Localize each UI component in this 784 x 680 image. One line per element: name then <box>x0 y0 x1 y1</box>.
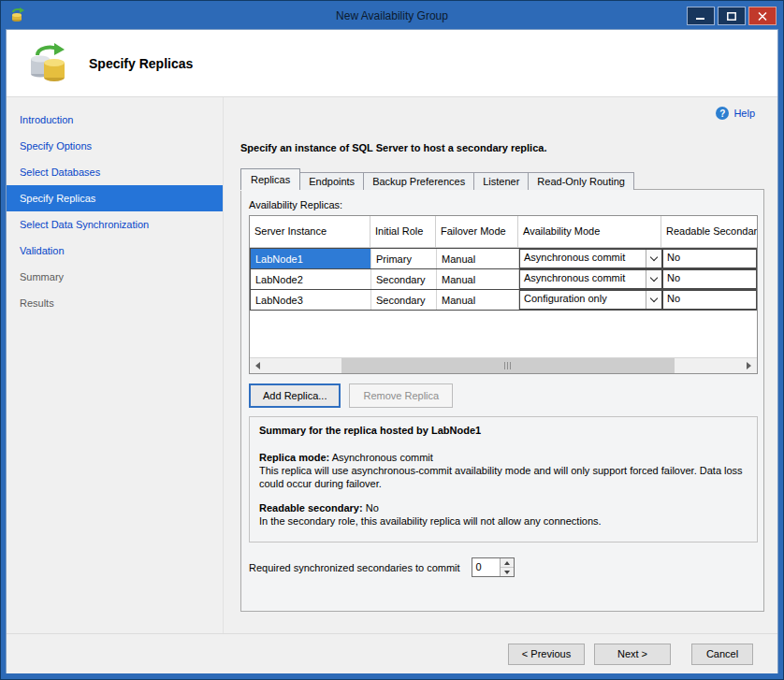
readable-secondary-select[interactable]: No <box>662 269 756 289</box>
readable-secondary-select[interactable]: No <box>662 249 756 268</box>
chevron-down-icon[interactable] <box>646 270 661 288</box>
replica-row-labnode1[interactable]: LabNode1 Primary Manual Asynchronous com… <box>250 248 757 269</box>
spin-down-button[interactable] <box>501 568 514 576</box>
cell-failover-mode: Manual <box>437 249 519 268</box>
tab-backup-preferences[interactable]: Backup Preferences <box>363 172 474 190</box>
scrollbar-thumb[interactable] <box>341 358 675 373</box>
window-title: New Availability Group <box>6 9 778 22</box>
help-icon: ? <box>716 107 729 120</box>
instruction-text: Specify an instance of SQL Server to hos… <box>240 142 761 153</box>
wizard-window: New Availability Group <box>0 0 784 680</box>
cell-initial-role: Secondary <box>371 269 437 289</box>
tab-endpoints[interactable]: Endpoints <box>299 172 364 190</box>
cancel-button[interactable]: Cancel <box>691 644 753 665</box>
quorum-label: Required synchronized secondaries to com… <box>249 562 460 573</box>
availability-mode-select[interactable]: Configuration only <box>519 290 662 310</box>
column-readable-secondary: Readable Secondary <box>661 216 757 247</box>
sidebar-item-specify-options[interactable]: Specify Options <box>7 133 223 159</box>
spin-up-button[interactable] <box>501 558 514 568</box>
tab-strip: Replicas Endpoints Backup Preferences Li… <box>240 168 761 190</box>
tab-read-only-routing[interactable]: Read-Only Routing <box>528 172 634 190</box>
tab-replicas[interactable]: Replicas <box>240 168 300 190</box>
cell-readable-secondary: No <box>662 290 756 310</box>
column-initial-role: Initial Role <box>370 216 436 247</box>
scroll-left-button[interactable] <box>250 358 266 373</box>
readable-secondary-line: Readable secondary: No <box>259 501 748 514</box>
wizard-header: Specify Replicas <box>7 30 777 97</box>
cell-availability-mode: Asynchronous commit <box>519 269 662 289</box>
grid-buttons: Add Replica... Remove Replica <box>249 383 756 408</box>
add-replica-button[interactable]: Add Replica... <box>249 383 341 408</box>
availability-group-app-icon <box>9 7 26 24</box>
page-title: Specify Replicas <box>89 56 193 71</box>
sidebar-item-specify-replicas[interactable]: Specify Replicas <box>7 185 223 211</box>
maximize-button[interactable] <box>718 7 746 25</box>
tab-listener[interactable]: Listener <box>473 172 529 190</box>
cell-initial-role: Secondary <box>371 290 437 310</box>
cell-failover-mode: Manual <box>437 269 519 289</box>
quorum-value[interactable]: 0 <box>472 558 500 576</box>
availability-mode-select[interactable]: Asynchronous commit <box>519 249 662 268</box>
client-area: Specify Replicas Introduction Specify Op… <box>6 29 778 673</box>
sidebar-item-select-databases[interactable]: Select Databases <box>7 159 223 185</box>
cell-failover-mode: Manual <box>437 290 519 310</box>
sidebar-item-select-data-synchronization[interactable]: Select Data Synchronization <box>7 211 223 238</box>
horizontal-scrollbar[interactable] <box>250 357 757 373</box>
wizard-body: Introduction Specify Options Select Data… <box>7 97 777 633</box>
cell-server-instance[interactable]: LabNode3 <box>251 290 371 310</box>
previous-button[interactable]: < Previous <box>508 644 585 665</box>
availability-mode-select[interactable]: Asynchronous commit <box>519 269 662 289</box>
quorum-row: Required synchronized secondaries to com… <box>249 557 756 577</box>
replicas-tab-page: Availability Replicas: Server Instance I… <box>240 189 764 612</box>
readable-secondary-select[interactable]: No <box>662 290 756 310</box>
summary-title: Summary for the replica hosted by LabNod… <box>259 425 748 436</box>
sidebar-item-validation[interactable]: Validation <box>7 238 223 264</box>
column-availability-mode: Availability Mode <box>518 216 661 247</box>
cell-server-instance[interactable]: LabNode1 <box>251 249 371 268</box>
sidebar-item-results: Results <box>7 290 223 316</box>
spinner-buttons <box>500 558 514 576</box>
readable-secondary-description: In the secondary role, this availability… <box>259 514 748 528</box>
replicas-grid[interactable]: Server Instance Initial Role Failover Mo… <box>249 215 758 374</box>
replica-row-labnode3[interactable]: LabNode3 Secondary Manual Configuration … <box>250 289 757 311</box>
availability-replicas-label: Availability Replicas: <box>249 199 756 210</box>
cell-initial-role: Primary <box>371 249 437 268</box>
scroll-right-button[interactable] <box>741 358 757 373</box>
cell-availability-mode: Asynchronous commit <box>519 249 662 268</box>
sidebar-item-introduction[interactable]: Introduction <box>7 107 223 133</box>
caption-buttons <box>687 7 777 25</box>
grid-header: Server Instance Initial Role Failover Mo… <box>250 216 757 248</box>
chevron-down-icon[interactable] <box>646 250 661 268</box>
next-button[interactable]: Next > <box>594 644 671 665</box>
replica-mode-description: This replica will use asynchronous-commi… <box>259 464 748 490</box>
close-button[interactable] <box>748 7 777 25</box>
chevron-down-icon[interactable] <box>646 291 661 309</box>
cell-readable-secondary: No <box>662 269 756 289</box>
specify-replicas-icon <box>27 42 70 85</box>
help-label: Help <box>733 108 755 119</box>
quorum-stepper[interactable]: 0 <box>472 557 515 577</box>
replica-mode-line: Replica mode: Asynchronous commit <box>259 451 748 464</box>
help-link[interactable]: ? Help <box>716 107 755 120</box>
wizard-steps: Introduction Specify Options Select Data… <box>7 97 224 633</box>
replica-row-labnode2[interactable]: LabNode2 Secondary Manual Asynchronous c… <box>250 268 757 290</box>
remove-replica-button: Remove Replica <box>349 383 453 408</box>
replica-summary-box: Summary for the replica hosted by LabNod… <box>249 416 758 543</box>
titlebar[interactable]: New Availability Group <box>6 1 778 29</box>
scrollbar-track[interactable] <box>266 358 741 373</box>
wizard-footer: < Previous Next > Cancel <box>7 633 777 673</box>
cell-readable-secondary: No <box>662 249 756 268</box>
minimize-button[interactable] <box>687 7 715 25</box>
column-failover-mode: Failover Mode <box>436 216 518 247</box>
main-content: ? Help Specify an instance of SQL Server… <box>224 97 777 633</box>
cell-server-instance[interactable]: LabNode2 <box>251 269 371 289</box>
column-server-instance: Server Instance <box>250 216 370 247</box>
sidebar-item-summary: Summary <box>7 264 223 290</box>
cell-availability-mode: Configuration only <box>519 290 662 310</box>
